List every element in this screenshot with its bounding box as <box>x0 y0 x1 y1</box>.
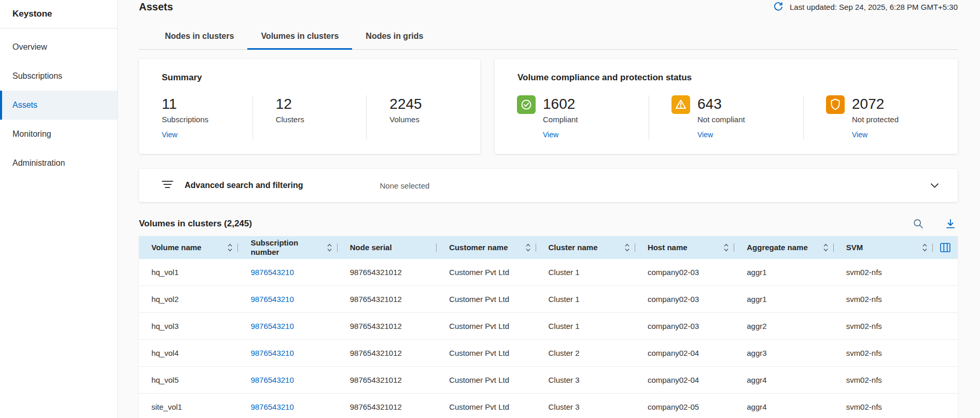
column-header-cluster-name: Cluster name <box>536 236 635 259</box>
tab-nodes-in-clusters[interactable]: Nodes in clusters <box>151 27 247 49</box>
subscription-number-link[interactable]: 9876543210 <box>238 402 337 411</box>
tab-volumes-in-clusters[interactable]: Volumes in clusters <box>247 27 352 49</box>
column-header-svm: SVM <box>834 236 933 259</box>
cell-svm: svm02-nfs <box>834 268 933 277</box>
stat-label: Not compliant <box>697 114 745 124</box>
subscription-number-link[interactable]: 9876543210 <box>238 295 337 304</box>
cell-svm: svm02-nfs <box>834 322 933 330</box>
sidebar-item-subscriptions[interactable]: Subscriptions <box>0 62 117 91</box>
subscription-number-link[interactable]: 9876543210 <box>238 376 337 384</box>
stat-text: 643 Not compliant View <box>697 95 745 139</box>
tab-bar: Nodes in clusters Volumes in clusters No… <box>139 27 958 50</box>
sort-icon[interactable] <box>327 243 332 252</box>
tab-nodes-in-grids[interactable]: Nodes in grids <box>352 27 437 49</box>
sidebar-item-label: Overview <box>12 42 47 52</box>
subscription-number-link[interactable]: 9876543210 <box>238 268 337 277</box>
column-label: Customer name <box>449 243 525 252</box>
column-settings-icon[interactable] <box>940 243 950 252</box>
table-row: site_vol1 9876543210 987654321012 Custom… <box>139 394 958 418</box>
shield-icon <box>826 95 845 114</box>
cell-node-serial: 987654321012 <box>338 376 437 384</box>
advanced-search-bar[interactable]: Advanced search and filtering None selec… <box>139 169 958 202</box>
stat-clusters: 12 Clusters <box>253 95 367 139</box>
cell-svm: svm02-nfs <box>834 402 933 411</box>
cell-host-name: company02-04 <box>635 376 734 384</box>
cell-volume-name: hq_vol1 <box>139 268 238 277</box>
cell-svm: svm02-nfs <box>834 376 933 384</box>
compliance-card-title: Volume compliance and protection status <box>517 73 958 83</box>
main-content: Assets Last updated: Sep 24, 2025, 6:28 … <box>118 0 980 418</box>
cell-customer-name: Customer Pvt Ltd <box>437 376 536 384</box>
cell-volume-name: hq_vol4 <box>139 349 238 357</box>
sidebar-item-overview[interactable]: Overview <box>0 33 117 62</box>
download-icon[interactable] <box>945 219 956 229</box>
column-label: Host name <box>648 243 724 252</box>
stat-value: 643 <box>697 95 745 113</box>
cell-cluster-name: Cluster 1 <box>536 322 635 330</box>
stat-label: Subscriptions <box>162 114 247 124</box>
cell-aggregate-name: aggr1 <box>734 295 833 304</box>
sidebar-item-assets[interactable]: Assets <box>0 91 117 120</box>
stat-text: 2072 Not protected View <box>852 95 899 139</box>
sidebar: Keystone Overview Subscriptions Assets M… <box>0 0 118 418</box>
column-header-host-name: Host name <box>635 236 734 259</box>
filter-selection-text: None selected <box>380 181 430 190</box>
column-label: Subscription number <box>250 238 327 257</box>
column-header-node-serial: Node serial <box>338 236 437 259</box>
chevron-down-icon[interactable] <box>930 183 939 188</box>
cell-aggregate-name: aggr1 <box>734 268 833 277</box>
sidebar-item-label: Monitoring <box>12 129 51 139</box>
stat-subscriptions: 11 Subscriptions View <box>139 95 253 139</box>
table-title: Volumes in clusters (2,245) <box>139 219 252 229</box>
column-label: Volume name <box>151 243 228 252</box>
cell-customer-name: Customer Pvt Ltd <box>437 402 536 411</box>
cell-svm: svm02-nfs <box>834 295 933 304</box>
refresh-icon[interactable] <box>773 2 783 12</box>
cell-node-serial: 987654321012 <box>338 349 437 357</box>
cell-node-serial: 987654321012 <box>338 268 437 277</box>
column-label: Aggregate name <box>747 243 823 252</box>
column-label: Cluster name <box>549 243 625 252</box>
column-header-subscription-number: Subscription number <box>238 236 337 259</box>
cell-volume-name: hq_vol5 <box>139 376 238 384</box>
subscription-number-link[interactable]: 9876543210 <box>238 322 337 330</box>
view-compliant-link[interactable]: View <box>543 131 558 139</box>
sidebar-item-administration[interactable]: Administration <box>0 149 117 178</box>
view-subscriptions-link[interactable]: View <box>162 131 177 139</box>
cards-row: Summary 11 Subscriptions View 12 Cluster… <box>139 59 958 154</box>
table-row: hq_vol1 9876543210 987654321012 Customer… <box>139 259 958 286</box>
sidebar-item-monitoring[interactable]: Monitoring <box>0 120 117 149</box>
summary-card-title: Summary <box>162 73 480 83</box>
view-not-compliant-link[interactable]: View <box>697 131 713 139</box>
sidebar-nav: Overview Subscriptions Assets Monitoring… <box>0 28 117 178</box>
cell-node-serial: 987654321012 <box>338 402 437 411</box>
sort-icon[interactable] <box>922 243 927 252</box>
view-not-protected-link[interactable]: View <box>852 131 867 139</box>
stat-not-protected: 2072 Not protected View <box>803 95 958 139</box>
search-icon[interactable] <box>913 219 923 229</box>
column-header-customer-name: Customer name <box>437 236 536 259</box>
sort-icon[interactable] <box>625 243 629 252</box>
page-title: Assets <box>139 1 173 13</box>
cell-cluster-name: Cluster 1 <box>536 295 635 304</box>
column-label: SVM <box>846 243 922 252</box>
sort-icon[interactable] <box>228 243 232 252</box>
cell-cluster-name: Cluster 2 <box>536 349 635 357</box>
last-updated-text: Last updated: Sep 24, 2025, 6:28 PM GMT+… <box>790 3 958 11</box>
stat-volumes: 2245 Volumes <box>366 95 480 139</box>
stat-text: 1602 Compliant View <box>543 95 578 139</box>
cell-node-serial: 987654321012 <box>338 322 437 330</box>
stat-label: Not protected <box>852 114 899 124</box>
stat-value: 12 <box>276 95 361 113</box>
volumes-table: Volume name Subscription number Node ser… <box>139 236 958 418</box>
stat-value: 11 <box>162 95 247 113</box>
cell-host-name: company02-04 <box>635 349 734 357</box>
sort-icon[interactable] <box>526 243 530 252</box>
cell-host-name: company02-05 <box>635 402 734 411</box>
subscription-number-link[interactable]: 9876543210 <box>238 349 337 357</box>
stat-label: Clusters <box>276 114 361 124</box>
cell-svm: svm02-nfs <box>834 349 933 357</box>
sort-icon[interactable] <box>823 243 828 252</box>
sort-icon[interactable] <box>724 243 729 252</box>
warning-triangle-icon <box>671 95 690 114</box>
